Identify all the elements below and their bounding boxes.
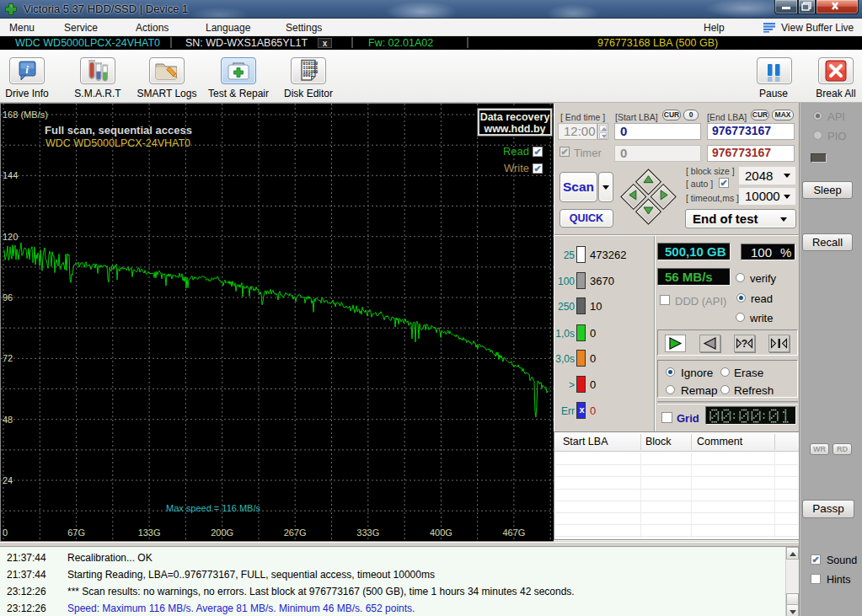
- svg-text:0001: 0001: [303, 73, 313, 78]
- svg-text:?: ?: [742, 338, 747, 350]
- svg-text:Max speed = 116 MB/s: Max speed = 116 MB/s: [166, 503, 260, 513]
- svg-text:467G: 467G: [502, 528, 525, 538]
- svg-text:0: 0: [3, 528, 8, 538]
- svg-text:96: 96: [3, 292, 13, 303]
- svg-text:133G: 133G: [138, 528, 161, 538]
- svg-text:i: i: [25, 63, 29, 76]
- svg-text:333G: 333G: [356, 528, 379, 538]
- svg-text:400G: 400G: [430, 528, 452, 538]
- svg-text:168 (MB/s): 168 (MB/s): [3, 110, 48, 120]
- svg-text:267G: 267G: [284, 528, 307, 538]
- svg-text:200G: 200G: [211, 528, 233, 538]
- svg-text:120: 120: [3, 232, 18, 242]
- svg-text:67G: 67G: [67, 528, 85, 538]
- svg-text:72: 72: [3, 353, 13, 363]
- svg-text:144: 144: [3, 170, 18, 180]
- svg-text:24: 24: [3, 475, 13, 485]
- svg-text:48: 48: [3, 415, 13, 425]
